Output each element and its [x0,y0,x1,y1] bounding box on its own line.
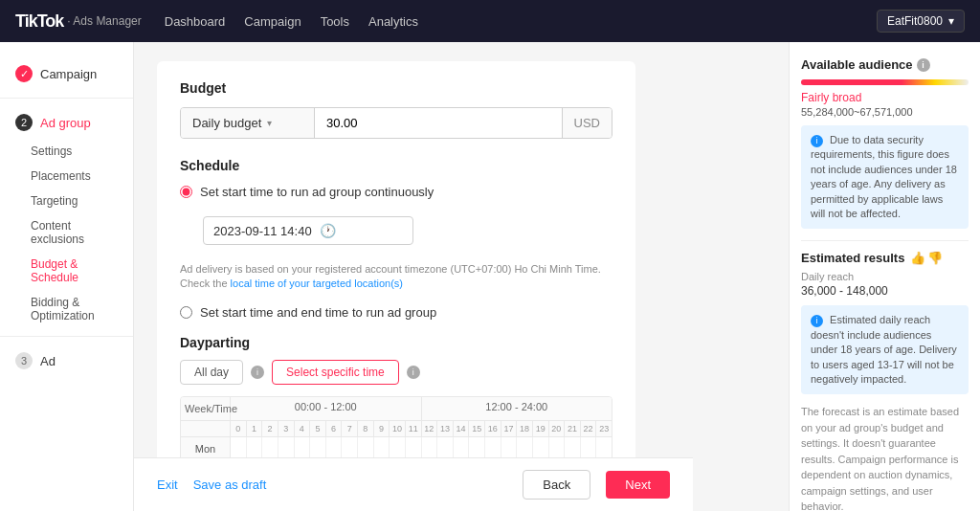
hour-11: 11 [406,421,422,436]
cell-mon-16[interactable] [485,437,501,458]
schedule-radio-continuous[interactable] [180,186,192,198]
sidebar-sub-targeting[interactable]: Targeting [0,189,133,213]
specific-time-button[interactable]: Select specific time [272,360,399,385]
hour-5: 5 [310,421,326,436]
all-day-info-icon[interactable]: i [251,366,264,379]
timezone-link[interactable]: local time of your targeted location(s) [231,278,403,289]
timezone-note: Ad delivery is based on your registered … [180,262,612,292]
sidebar-sub-placements[interactable]: Placements [0,164,133,189]
schedule-option-end-time[interactable]: Set start time and end time to run ad gr… [180,305,612,320]
sidebar-item-ad[interactable]: 3 Ad [0,344,133,377]
cell-mon-8[interactable] [358,437,374,458]
cell-mon-6[interactable] [326,437,343,458]
sidebar-sub-bidding[interactable]: Bidding & Optimization [0,290,133,328]
cell-mon-17[interactable] [501,437,518,458]
budget-type-selector[interactable]: Daily budget ▾ [181,108,315,138]
grid-corner: Week/Time [181,397,231,420]
clock-icon: 🕐 [320,223,336,238]
save-draft-button[interactable]: Save as draft [193,478,267,492]
estimated-note-box: i Estimated daily reach doesn't include … [801,305,969,394]
hour-3: 3 [278,421,295,436]
hour-23: 23 [596,421,612,436]
thumbs-down-icon[interactable]: 👎 [927,251,943,265]
next-button[interactable]: Next [606,471,670,499]
hour-9: 9 [374,421,390,436]
hour-4: 4 [295,421,311,436]
hour-19: 19 [533,421,549,436]
schedule-radio-end-time[interactable] [180,306,192,319]
exit-button[interactable]: Exit [157,478,178,492]
cell-mon-10[interactable] [390,437,406,458]
budget-type-chevron: ▾ [267,118,272,128]
cell-mon-1[interactable] [247,437,263,458]
nav-dashboard[interactable]: Dashboard [165,14,226,29]
hour-14: 14 [454,421,470,436]
cell-mon-7[interactable] [342,437,358,458]
hour-10: 10 [390,421,406,436]
grid-hours-row: 0 1 2 3 4 5 6 7 8 9 10 11 12 13 14 15 16 [181,421,612,437]
audience-label: Fairly broad [801,91,969,104]
all-day-button[interactable]: All day [180,360,243,385]
sidebar-sub-budget-schedule[interactable]: Budget & Schedule [0,252,133,290]
hour-1: 1 [247,421,263,436]
cell-mon-15[interactable] [469,437,485,458]
schedule-option-continuous[interactable]: Set start time to run ad group continuou… [180,185,612,199]
cell-mon-23[interactable] [596,437,612,458]
step-1-icon: ✓ [15,65,33,82]
audience-info-blue-icon: i [811,135,823,147]
cell-mon-4[interactable] [295,437,311,458]
cell-mon-22[interactable] [581,437,597,458]
cell-mon-20[interactable] [549,437,566,458]
hour-13: 13 [437,421,454,436]
dayparting-title: Dayparting [180,335,612,350]
back-button[interactable]: Back [523,470,590,500]
cell-mon-3[interactable] [278,437,295,458]
hour-21: 21 [565,421,581,436]
sidebar-item-adgroup[interactable]: 2 Ad group [0,106,133,139]
hour-12: 12 [422,421,438,436]
budget-title: Budget [180,80,612,96]
daily-reach-value: 36,000 - 148,000 [801,284,969,298]
nav-analytics[interactable]: Analytics [368,14,418,29]
hour-20: 20 [549,421,566,436]
audience-range: 55,284,000~67,571,000 [801,106,969,118]
audience-info-icon[interactable]: i [917,58,930,72]
thumb-icons: 👍 👎 [910,251,943,265]
content-card: Budget Daily budget ▾ USD Schedule Set s… [157,61,635,511]
cell-mon-19[interactable] [533,437,549,458]
main-nav: Dashboard Campaign Tools Analytics [165,14,877,29]
sidebar-ad-label: Ad [40,354,56,368]
audience-bar [801,79,969,85]
datetime-input[interactable]: 2023-09-11 14:40 🕐 [203,216,413,245]
hour-16: 16 [485,421,501,436]
nav-campaign[interactable]: Campaign [244,14,301,29]
cell-mon-14[interactable] [454,437,470,458]
budget-row: Daily budget ▾ USD [180,107,612,139]
cell-mon-13[interactable] [437,437,454,458]
cell-mon-11[interactable] [406,437,422,458]
cell-mon-12[interactable] [422,437,438,458]
cell-mon-5[interactable] [310,437,326,458]
sidebar-item-campaign[interactable]: ✓ Campaign [0,57,133,90]
hour-15: 15 [469,421,485,436]
schedule-title: Schedule [180,158,612,173]
available-audience-title: Available audience i [801,57,969,72]
hour-6: 6 [326,421,343,436]
cell-mon-18[interactable] [517,437,533,458]
cell-mon-2[interactable] [262,437,278,458]
sidebar-sub-settings[interactable]: Settings [0,139,133,164]
cell-mon-21[interactable] [565,437,581,458]
cell-mon-9[interactable] [374,437,390,458]
cell-mon-0[interactable] [231,437,247,458]
thumbs-up-icon[interactable]: 👍 [910,251,925,265]
chevron-down-icon: ▾ [948,14,954,28]
tiktok-icon: TikTok [15,11,63,32]
specific-time-info-icon[interactable]: i [407,366,420,379]
audience-info-box: i Due to data security requirements, thi… [801,125,969,229]
sidebar-adgroup-label: Ad group [40,116,91,130]
nav-tools[interactable]: Tools [321,14,349,29]
sidebar-sub-content-exclusions[interactable]: Content exclusions [0,213,133,252]
step-3-icon: 3 [15,352,33,369]
budget-amount-input[interactable] [315,108,562,138]
account-selector[interactable]: EatFit0800 ▾ [877,10,965,33]
